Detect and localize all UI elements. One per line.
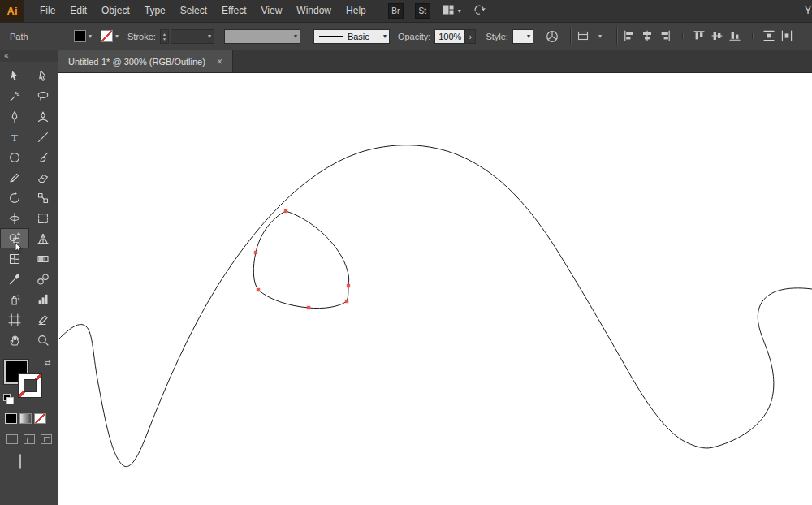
menu-help[interactable]: Help (339, 0, 374, 22)
stroke-swatch-hole (24, 379, 37, 392)
recolor-artwork-icon[interactable] (545, 29, 559, 44)
selection-tool[interactable] (0, 66, 29, 86)
opacity-input[interactable]: 100% (434, 29, 465, 44)
menu-bar: Ai FileEditObjectTypeSelectEffectViewWin… (0, 0, 812, 23)
chevron-down-icon: ▾ (292, 32, 300, 40)
rotate-tool[interactable] (0, 188, 29, 208)
chevron-down-icon: ▾ (381, 32, 389, 40)
align-top-button[interactable] (693, 29, 706, 43)
workspace-icon (442, 3, 455, 19)
artwork-path[interactable] (58, 145, 812, 467)
default-fill-stroke-icon[interactable] (3, 394, 14, 404)
anchor-points[interactable] (254, 209, 350, 309)
magic-wand-tool[interactable] (0, 86, 29, 106)
document-setup-icon (577, 29, 591, 44)
align-center-horizontal-button[interactable] (641, 29, 654, 43)
menu-window[interactable]: Window (289, 0, 339, 22)
direct-selection-tool[interactable] (29, 66, 58, 86)
stroke-swatch[interactable] (101, 30, 113, 42)
document-tab-bar: Untitled-1* @ 300% (RGB/Outline) × (58, 50, 812, 73)
distribute-horizontal-centers-button[interactable] (780, 29, 794, 43)
stroke-weight-select[interactable]: ▾ (171, 29, 214, 44)
selected-shape-path[interactable] (253, 211, 348, 309)
symbol-sprayer-tool[interactable] (0, 289, 29, 309)
type-tool[interactable]: T (0, 127, 29, 147)
variable-width-profile-select[interactable]: ▾ (224, 29, 300, 44)
slice-tool[interactable] (29, 309, 58, 330)
graphic-styles-panel-button[interactable]: St (415, 3, 430, 19)
menu-list: FileEditObjectTypeSelectEffectViewWindow… (32, 0, 374, 22)
width-tool[interactable] (0, 208, 29, 228)
draw-inside-button[interactable] (41, 434, 52, 444)
shape-builder-tool[interactable] (0, 228, 29, 248)
stepper-down-icon[interactable]: ▼ (161, 37, 168, 41)
menu-edit[interactable]: Edit (63, 0, 94, 22)
selection-type-label: Path (10, 32, 70, 41)
mesh-tool[interactable] (0, 248, 29, 269)
stroke-weight-label: Stroke: (127, 32, 156, 41)
document-tab[interactable]: Untitled-1* @ 300% (RGB/Outline) × (58, 50, 233, 72)
menu-object[interactable]: Object (94, 0, 137, 22)
stroke-weight-stepper[interactable]: ▲ ▼ (160, 29, 169, 44)
stroke-color-control[interactable]: ▾ (101, 30, 119, 42)
ellipse-tool[interactable] (0, 147, 29, 167)
separator (752, 33, 753, 39)
chevron-down-icon: ▾ (458, 7, 461, 15)
brush-stroke-preview (319, 36, 343, 37)
paintbrush-tool[interactable] (29, 147, 58, 167)
menu-effect[interactable]: Effect (214, 0, 253, 22)
lasso-tool[interactable] (29, 86, 58, 106)
swap-fill-stroke-icon[interactable]: ⇄ (45, 359, 51, 367)
line-segment-tool[interactable] (29, 127, 58, 147)
menu-select[interactable]: Select (173, 0, 214, 22)
fill-swatch[interactable] (74, 30, 86, 42)
none-button[interactable] (34, 413, 46, 424)
perspective-grid-tool[interactable] (29, 228, 58, 248)
align-left-button[interactable] (623, 29, 637, 43)
menu-bar-right: Br St ▾ (388, 3, 486, 19)
fill-color-control[interactable]: ▾ (74, 30, 92, 42)
curvature-tool[interactable] (29, 106, 58, 127)
free-transform-tool[interactable] (29, 208, 58, 228)
draw-behind-button[interactable] (24, 434, 35, 444)
pen-tool[interactable] (0, 106, 29, 127)
canvas[interactable] (58, 73, 812, 505)
artboard-svg (58, 73, 812, 505)
color-button[interactable] (5, 413, 17, 424)
menu-type[interactable]: Type (137, 0, 173, 22)
draw-normal-button[interactable] (6, 434, 18, 444)
menu-view[interactable]: View (254, 0, 290, 22)
clipped-edge-text: Y (805, 5, 811, 16)
blend-tool[interactable] (29, 269, 58, 289)
workspace-switcher[interactable]: ▾ (442, 3, 461, 19)
hand-tool[interactable] (0, 330, 29, 350)
illustrator-logo: Ai (0, 0, 24, 22)
document-options-control[interactable]: ▾ (577, 29, 602, 44)
align-middle-vertical-button[interactable] (710, 29, 724, 43)
align-right-button[interactable] (659, 29, 672, 43)
eraser-tool[interactable] (29, 167, 58, 188)
pencil-tool[interactable] (0, 167, 29, 188)
gradient-tool[interactable] (29, 248, 58, 269)
gradient-button[interactable] (19, 413, 32, 424)
sync-settings-icon[interactable] (473, 3, 486, 19)
style-select[interactable]: ▾ (512, 29, 533, 44)
distribute-vertical-centers-button[interactable] (762, 29, 776, 43)
chevron-down-icon[interactable]: ▾ (89, 32, 92, 40)
scale-tool[interactable] (29, 188, 58, 208)
menu-file[interactable]: File (32, 0, 63, 22)
chevron-down-icon[interactable]: ▾ (115, 32, 119, 40)
align-bottom-button[interactable] (728, 29, 742, 43)
artboard-tool[interactable] (0, 309, 29, 330)
close-tab-button[interactable]: × (217, 56, 222, 67)
color-mode-row (0, 405, 58, 424)
brushes-panel-button[interactable]: Br (388, 3, 404, 19)
screen-mode-button[interactable] (19, 454, 21, 469)
zoom-tool[interactable] (29, 330, 58, 350)
brush-definition-select[interactable]: Basic ▾ (313, 29, 390, 44)
opacity-panel-arrow[interactable]: › (465, 29, 476, 44)
column-graph-tool[interactable] (29, 289, 58, 309)
collapse-panel-button[interactable]: « (4, 51, 9, 60)
stroke-swatch[interactable] (18, 373, 42, 398)
eyedropper-tool[interactable] (0, 269, 29, 289)
